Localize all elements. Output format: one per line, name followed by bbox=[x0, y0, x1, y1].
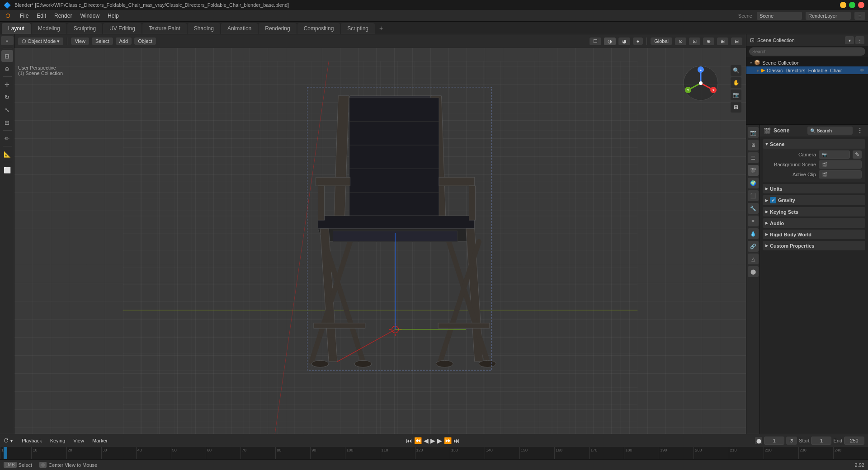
outliner-item-scene-collection[interactable]: ▾ 📦 Scene Collection bbox=[746, 59, 868, 66]
maximize-button[interactable] bbox=[849, 2, 855, 8]
tab-shading[interactable]: Shading bbox=[188, 23, 220, 34]
outliner-opts-btn[interactable]: ⋮ bbox=[855, 36, 864, 44]
mode-selector[interactable]: ≡ bbox=[1, 36, 14, 45]
tool-measure[interactable]: 📐 bbox=[1, 148, 13, 160]
timeline-track[interactable]: 1102030405060708090100110120130140150160… bbox=[0, 447, 868, 459]
transform-origin-btn[interactable]: ⊙ bbox=[675, 38, 686, 45]
hand-tool-btn[interactable]: ✋ bbox=[731, 77, 741, 88]
menu-window[interactable]: Window bbox=[76, 12, 103, 20]
tab-scripting[interactable]: Scripting bbox=[341, 23, 375, 34]
prop-tab-modifier[interactable]: 🔧 bbox=[748, 203, 759, 214]
select-menu-btn[interactable]: Select bbox=[92, 38, 113, 45]
gravity-section-header[interactable]: ▸ ✓ Gravity bbox=[763, 195, 865, 205]
end-frame-input[interactable]: 250 bbox=[844, 437, 864, 445]
viewport-shading-wire[interactable]: ☐ bbox=[590, 38, 601, 45]
rigid-body-section-header[interactable]: ▸ Rigid Body World bbox=[763, 230, 865, 239]
marker-menu-btn[interactable]: Marker bbox=[90, 437, 110, 444]
prop-tab-material[interactable]: ⬤ bbox=[748, 266, 759, 277]
next-keyframe-btn[interactable]: ▶ bbox=[437, 437, 442, 444]
renderlayer-selector[interactable]: RenderLayer bbox=[806, 12, 851, 20]
view-menu-btn[interactable]: View bbox=[71, 38, 89, 45]
play-btn[interactable]: ▶ bbox=[430, 437, 435, 444]
jump-start-btn[interactable]: ⏮ bbox=[406, 437, 412, 444]
current-frame-input[interactable]: 1 bbox=[764, 437, 784, 445]
prop-tab-output[interactable]: 🖥 bbox=[748, 140, 759, 150]
view-menu-btn-tl[interactable]: View bbox=[71, 437, 87, 444]
ortho-view-btn[interactable]: ⊞ bbox=[731, 102, 741, 113]
blender-menu-logo[interactable]: ⬡ bbox=[2, 12, 14, 20]
show-gizmos-btn[interactable]: ⊞ bbox=[717, 38, 728, 45]
object-mode-selector[interactable]: ⬡ Object Mode ▾ bbox=[18, 38, 63, 45]
outliner-search-input[interactable] bbox=[749, 47, 865, 56]
viewport-shading-rendered[interactable]: ● bbox=[633, 38, 643, 45]
prop-toggle-btn[interactable]: ⋮ bbox=[855, 127, 864, 135]
prev-frame-btn[interactable]: ⏪ bbox=[414, 437, 422, 444]
prop-tab-scene[interactable]: 🎬 bbox=[748, 165, 759, 176]
start-frame-input[interactable]: 1 bbox=[811, 437, 831, 445]
prev-keyframe-btn[interactable]: ◀ bbox=[424, 437, 429, 444]
tool-transform[interactable]: ⊞ bbox=[1, 117, 13, 128]
search-viewport-btn[interactable]: 🔍 bbox=[731, 65, 741, 76]
minimize-button[interactable] bbox=[840, 2, 846, 8]
prop-tab-viewlayer[interactable]: ☰ bbox=[748, 152, 759, 163]
prop-tab-particles[interactable]: ✦ bbox=[748, 216, 759, 226]
add-menu-btn[interactable]: Add bbox=[116, 38, 132, 45]
tool-rotate[interactable]: ↻ bbox=[1, 91, 13, 103]
jump-end-btn[interactable]: ⏭ bbox=[453, 437, 460, 444]
prop-tab-physics[interactable]: 💧 bbox=[748, 228, 759, 239]
tool-annotate[interactable]: ✏ bbox=[1, 132, 13, 144]
keying-menu-btn[interactable]: Keying bbox=[47, 437, 68, 444]
tab-uv-editing[interactable]: UV Editing bbox=[103, 23, 142, 34]
prop-tab-render[interactable]: 📷 bbox=[748, 127, 759, 138]
menu-help[interactable]: Help bbox=[104, 12, 123, 20]
tab-texture-paint[interactable]: Texture Paint bbox=[142, 23, 187, 34]
show-overlays-btn[interactable]: ⊟ bbox=[731, 38, 742, 45]
prop-search-input[interactable]: 🔍 Search bbox=[807, 127, 853, 135]
outliner-filter-btn[interactable]: ▾ bbox=[845, 36, 854, 44]
keying-sets-header[interactable]: ▸ Keying Sets bbox=[763, 207, 865, 216]
tool-scale[interactable]: ⤡ bbox=[1, 104, 13, 116]
close-button[interactable] bbox=[858, 2, 864, 8]
menu-edit[interactable]: Edit bbox=[33, 12, 50, 20]
menu-render[interactable]: Render bbox=[51, 12, 75, 20]
prop-tab-constraints[interactable]: 🔗 bbox=[748, 241, 759, 252]
prop-tab-data[interactable]: △ bbox=[748, 254, 759, 264]
playback-menu-btn[interactable]: Playback bbox=[19, 437, 45, 444]
tool-add-cube[interactable]: ⬜ bbox=[1, 164, 13, 176]
menu-file[interactable]: File bbox=[16, 12, 32, 20]
gravity-checkbox[interactable]: ✓ bbox=[770, 197, 776, 203]
camera-view-btn[interactable]: 📷 bbox=[731, 89, 741, 100]
active-clip-selector[interactable]: 🎬 bbox=[819, 170, 862, 179]
tab-sculpting[interactable]: Sculpting bbox=[67, 23, 102, 34]
custom-props-header[interactable]: ▸ Custom Properties bbox=[763, 241, 865, 250]
tab-modeling[interactable]: Modeling bbox=[32, 23, 66, 34]
viewport-canvas[interactable]: User Perspective (1) Scene Collection bbox=[14, 48, 746, 434]
global-local-toggle[interactable]: Global bbox=[651, 38, 672, 45]
visibility-icon[interactable]: 👁 bbox=[860, 68, 864, 73]
frame-clock-btn[interactable]: ⏱ bbox=[786, 437, 797, 445]
prop-tab-object[interactable]: ⬛ bbox=[748, 190, 759, 201]
tool-move[interactable]: ✛ bbox=[1, 79, 13, 90]
timeline-dropdown-arrow[interactable]: ▾ bbox=[10, 438, 13, 443]
tool-cursor[interactable]: ⊕ bbox=[1, 63, 13, 75]
options-btn[interactable]: ≡ bbox=[854, 12, 865, 20]
camera-selector[interactable]: 📷 bbox=[819, 150, 850, 159]
tab-layout[interactable]: Layout bbox=[2, 23, 31, 34]
bg-scene-selector[interactable]: 🎬 bbox=[819, 160, 862, 169]
camera-edit-btn[interactable]: ✎ bbox=[853, 150, 862, 159]
tab-rendering[interactable]: Rendering bbox=[259, 23, 296, 34]
viewport-shading-solid[interactable]: ◑ bbox=[604, 38, 616, 45]
prop-tab-world[interactable]: 🌍 bbox=[748, 178, 759, 188]
object-menu-btn[interactable]: Object bbox=[134, 38, 156, 45]
add-workspace-button[interactable]: + bbox=[376, 22, 387, 34]
viewport-shading-material[interactable]: ◕ bbox=[618, 38, 630, 45]
outliner-item-chair[interactable]: ▸ ▶ Classic_Directors_Foldable_Chair 👁 bbox=[746, 66, 868, 74]
scene-section-header[interactable]: ▾ Scene bbox=[763, 139, 865, 149]
units-section-header[interactable]: ▸ Units bbox=[763, 184, 865, 193]
snap-btn[interactable]: ⊡ bbox=[689, 38, 700, 45]
proportional-btn[interactable]: ⊕ bbox=[703, 38, 714, 45]
tab-compositing[interactable]: Compositing bbox=[297, 23, 340, 34]
next-frame-btn[interactable]: ⏩ bbox=[444, 437, 452, 444]
tab-animation[interactable]: Animation bbox=[221, 23, 258, 34]
audio-section-header[interactable]: ▸ Audio bbox=[763, 218, 865, 228]
